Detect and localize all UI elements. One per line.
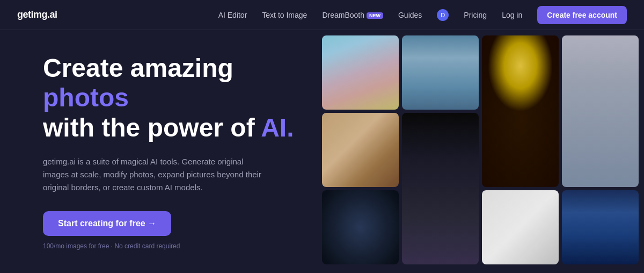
start-creating-button[interactable]: Start creating for free → — [43, 211, 171, 236]
nav-item-ai-editor[interactable]: AI Editor — [218, 11, 247, 19]
grid-image-2 — [402, 35, 479, 110]
nav-item-text-to-image[interactable]: Text to Image — [262, 11, 307, 19]
hero-description: getimg.ai is a suite of magical AI tools… — [43, 155, 268, 194]
create-account-button[interactable]: Create free account — [537, 6, 627, 24]
nav-pricing[interactable]: Pricing — [464, 11, 487, 19]
image-grid — [322, 30, 644, 273]
nav-login[interactable]: Log in — [502, 11, 522, 19]
nav-item-guides[interactable]: Guides — [398, 11, 422, 19]
hero-title: Create amazing photos with the power of … — [43, 53, 301, 142]
nav-item-dreambooth[interactable]: DreamBoothnew — [322, 11, 383, 19]
grid-image-6 — [402, 113, 479, 264]
navbar: getimg.ai AI Editor Text to Image DreamB… — [0, 0, 644, 30]
nav-links: AI Editor Text to Image DreamBoothnew Gu… — [218, 6, 627, 24]
new-badge: new — [367, 12, 383, 19]
hero-note: 100/mo images for free · No credit card … — [43, 242, 301, 250]
grid-image-1 — [322, 35, 399, 110]
grid-image-12 — [562, 35, 639, 187]
grid-image-9 — [562, 190, 639, 264]
main-content: Create amazing photos with the power of … — [0, 30, 644, 273]
grid-image-4 — [322, 113, 399, 187]
grid-image-5 — [322, 190, 399, 264]
grid-image-8 — [482, 190, 559, 264]
hero-section: Create amazing photos with the power of … — [43, 30, 322, 273]
grid-image-3 — [482, 35, 559, 187]
logo[interactable]: getimg.ai — [17, 9, 57, 20]
discord-icon[interactable]: D — [437, 9, 449, 21]
